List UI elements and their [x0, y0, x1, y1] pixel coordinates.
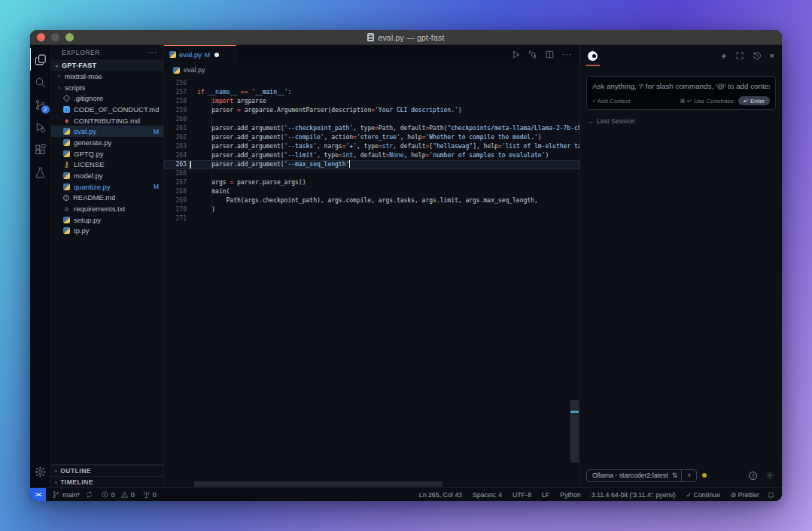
- breadcrumb[interactable]: eval.py: [164, 63, 579, 77]
- file-item-quantize.py[interactable]: quantize.pyM: [51, 181, 163, 193]
- use-codebase-hint[interactable]: ⌘ ↵ Use Codebase: [680, 98, 734, 105]
- python-file-icon: [63, 217, 70, 223]
- folder-item-mixtral-moe[interactable]: ›mixtral-moe: [51, 71, 163, 82]
- open-changes-icon[interactable]: [528, 50, 537, 59]
- code-line-260[interactable]: 260: [164, 115, 579, 124]
- file-item-CONTRIBUTING.md[interactable]: ♦CONTRIBUTING.md: [51, 115, 163, 126]
- model-selector[interactable]: Ollama - starcoder2:latest ⇅ +: [586, 469, 697, 482]
- encoding[interactable]: UTF-8: [512, 491, 531, 499]
- git-branch-item[interactable]: main*: [52, 490, 93, 499]
- titlebar: eval.py — gpt-fast: [30, 30, 782, 45]
- folder-item-scripts[interactable]: ›scripts: [51, 82, 163, 93]
- source-control-icon[interactable]: 2: [30, 93, 51, 116]
- sync-icon: [85, 490, 93, 499]
- code-line-264[interactable]: 264 parser.add_argument('--limit', type=…: [164, 151, 579, 160]
- language-mode[interactable]: Python: [560, 491, 580, 499]
- line-number: 265: [164, 160, 187, 169]
- maximize-panel-icon[interactable]: [735, 51, 744, 60]
- remote-indicator[interactable]: ><: [30, 488, 46, 501]
- python-interpreter[interactable]: 3.11.4 64-bit ('3.11.4': pyenv): [592, 491, 676, 499]
- settings-gear-icon[interactable]: [30, 460, 51, 483]
- run-python-file-button[interactable]: ⌄: [511, 50, 520, 59]
- enter-button[interactable]: ↵ Enter: [738, 96, 770, 105]
- file-item-GPTQ.py[interactable]: GPTQ.py: [51, 148, 163, 159]
- line-number: 263: [164, 142, 187, 151]
- file-item-README.md[interactable]: iREADME.md: [51, 193, 163, 204]
- line-text: args = parser.parse_args(): [187, 178, 579, 187]
- notifications-bell-icon[interactable]: [767, 490, 782, 499]
- file-item-tp.py[interactable]: tp.py: [51, 226, 163, 237]
- testing-icon[interactable]: [30, 161, 51, 184]
- file-item-eval.py[interactable]: eval.pyM: [51, 126, 163, 137]
- continue-status[interactable]: ✓ Continue: [686, 491, 720, 499]
- python-file-icon: [63, 172, 70, 179]
- continue-tab[interactable]: [588, 45, 598, 66]
- new-session-icon[interactable]: +: [721, 50, 727, 62]
- code-line-259[interactable]: 259 parser = argparse.ArgumentParser(des…: [164, 106, 579, 115]
- file-list: ›mixtral-moe›scripts.gitignore↓CODE_OF_C…: [51, 71, 163, 236]
- last-session-link[interactable]: ← Last Session: [588, 117, 774, 125]
- file-item-CODE_OF_CONDUCT.md[interactable]: ↓CODE_OF_CONDUCT.md: [51, 104, 163, 115]
- code-line-263[interactable]: 263 parser.add_argument('--tasks', nargs…: [164, 142, 579, 151]
- eol[interactable]: LF: [542, 491, 549, 499]
- horizontal-scrollbar[interactable]: [194, 481, 442, 487]
- python-file-icon: [63, 128, 70, 135]
- line-text: [187, 169, 579, 178]
- file-item-requirements.txt[interactable]: ≡requirements.txt: [51, 203, 163, 214]
- chevron-right-icon: ›: [55, 468, 57, 475]
- timeline-section[interactable]: › TIMELINE: [51, 476, 163, 487]
- code-line-267[interactable]: 267 args = parser.parse_args(): [164, 178, 579, 187]
- code-line-269[interactable]: 269 Path(args.checkpoint_path), args.com…: [164, 196, 579, 205]
- file-item-LICENSE[interactable]: ⚷LICENSE: [51, 159, 163, 171]
- extensions-icon[interactable]: [30, 138, 51, 161]
- file-item-.gitignore[interactable]: .gitignore: [51, 93, 163, 104]
- run-debug-icon[interactable]: [30, 116, 51, 138]
- vertical-scrollbar[interactable]: [570, 400, 579, 463]
- tab-eval-py[interactable]: eval.py M: [164, 45, 236, 63]
- assistant-input[interactable]: Ask anything, '/' for slash commands, '@…: [586, 76, 776, 110]
- unsaved-dot-icon[interactable]: [214, 53, 219, 57]
- more-actions-icon[interactable]: ···: [562, 50, 572, 59]
- code-line-270[interactable]: 270 ): [164, 205, 579, 214]
- add-model-button[interactable]: +: [681, 470, 696, 481]
- line-number: 264: [164, 151, 187, 160]
- indentation[interactable]: Spaces: 4: [473, 491, 502, 499]
- code-line-256[interactable]: 256: [164, 79, 579, 88]
- source-control-badge: 2: [41, 105, 50, 114]
- explorer-icon[interactable]: [30, 48, 51, 71]
- code-line-258[interactable]: 258 import argparse: [164, 97, 579, 106]
- line-text: parser.add_argument('--limit', type=int,…: [187, 151, 579, 160]
- python-file-icon: [63, 184, 70, 190]
- project-root-folder[interactable]: ⌄ GPT-FAST: [51, 59, 163, 71]
- code-line-271[interactable]: 271: [164, 214, 579, 223]
- close-panel-icon[interactable]: ×: [770, 51, 774, 60]
- code-line-262[interactable]: 262 parser.add_argument('--compile', act…: [164, 133, 579, 142]
- code-editor[interactable]: 256257if __name__ == '__main__':258 impo…: [164, 77, 579, 487]
- explorer-more-actions[interactable]: ···: [147, 48, 157, 56]
- code-line-266[interactable]: 266: [164, 169, 579, 178]
- history-icon[interactable]: [753, 51, 762, 60]
- file-name: eval.py: [74, 127, 96, 135]
- line-number: 259: [164, 106, 187, 115]
- chevron-down-icon: ⌄: [54, 62, 59, 68]
- file-item-generate.py[interactable]: generate.py: [51, 137, 163, 148]
- code-line-261[interactable]: 261 parser.add_argument('--checkpoint_pa…: [164, 124, 579, 133]
- line-number: 256: [164, 79, 187, 88]
- problems-item[interactable]: 0 0: [101, 490, 135, 499]
- cursor-position[interactable]: Ln 265, Col 43: [419, 491, 462, 499]
- code-line-268[interactable]: 268 main(: [164, 187, 579, 196]
- line-text: import argparse: [187, 97, 579, 106]
- split-editor-icon[interactable]: [545, 50, 555, 59]
- code-line-265[interactable]: 265 parser.add_argument('--max_seq_lengt…: [164, 160, 579, 169]
- assistant-settings-gear-icon[interactable]: [765, 471, 774, 480]
- file-item-setup.py[interactable]: setup.py: [51, 214, 163, 226]
- search-icon[interactable]: [30, 71, 51, 93]
- outline-section[interactable]: › OUTLINE: [51, 465, 163, 476]
- ports-item[interactable]: 0: [142, 490, 157, 499]
- help-icon[interactable]: ?: [749, 472, 757, 480]
- file-item-model.py[interactable]: model.py: [51, 170, 163, 181]
- prettier-status[interactable]: ⊘ Prettier: [731, 491, 759, 499]
- code-line-257[interactable]: 257if __name__ == '__main__':: [164, 88, 579, 97]
- add-context-button[interactable]: + Add Context: [592, 98, 630, 105]
- line-number: 266: [164, 169, 187, 178]
